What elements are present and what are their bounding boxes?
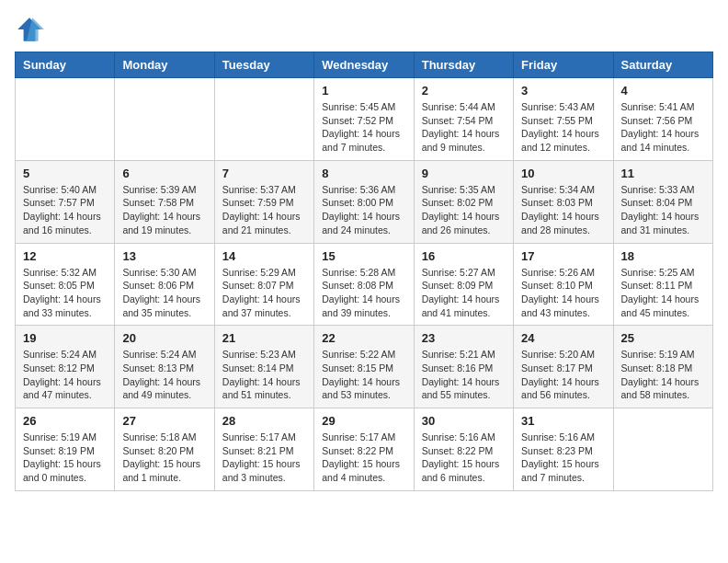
day-number: 27 — [122, 414, 206, 428]
day-info: Sunrise: 5:16 AM Sunset: 8:22 PM Dayligh… — [422, 431, 506, 485]
calendar-table: SundayMondayTuesdayWednesdayThursdayFrid… — [15, 52, 713, 491]
calendar-cell: 29Sunrise: 5:17 AM Sunset: 8:22 PM Dayli… — [314, 408, 414, 491]
day-info: Sunrise: 5:26 AM Sunset: 8:10 PM Dayligh… — [521, 266, 605, 320]
calendar-cell: 2Sunrise: 5:44 AM Sunset: 7:54 PM Daylig… — [414, 78, 513, 161]
calendar-cell — [115, 78, 214, 161]
day-info: Sunrise: 5:19 AM Sunset: 8:19 PM Dayligh… — [23, 431, 107, 485]
day-number: 17 — [521, 249, 605, 263]
day-info: Sunrise: 5:40 AM Sunset: 7:57 PM Dayligh… — [23, 183, 107, 237]
day-number: 28 — [222, 414, 306, 428]
day-info: Sunrise: 5:21 AM Sunset: 8:16 PM Dayligh… — [422, 348, 506, 402]
calendar-cell: 5Sunrise: 5:40 AM Sunset: 7:57 PM Daylig… — [16, 160, 115, 243]
day-info: Sunrise: 5:19 AM Sunset: 8:18 PM Dayligh… — [621, 348, 705, 402]
calendar-header-friday: Friday — [514, 52, 613, 78]
day-info: Sunrise: 5:28 AM Sunset: 8:08 PM Dayligh… — [322, 266, 405, 320]
calendar-cell: 17Sunrise: 5:26 AM Sunset: 8:10 PM Dayli… — [514, 243, 613, 326]
day-info: Sunrise: 5:32 AM Sunset: 8:05 PM Dayligh… — [23, 266, 107, 320]
day-number: 12 — [23, 249, 107, 263]
day-info: Sunrise: 5:16 AM Sunset: 8:23 PM Dayligh… — [521, 431, 605, 485]
day-number: 18 — [621, 249, 705, 263]
day-info: Sunrise: 5:30 AM Sunset: 8:06 PM Dayligh… — [122, 266, 206, 320]
calendar-cell: 21Sunrise: 5:23 AM Sunset: 8:14 PM Dayli… — [214, 326, 313, 408]
day-number: 21 — [222, 331, 306, 345]
calendar-cell: 10Sunrise: 5:34 AM Sunset: 8:03 PM Dayli… — [514, 160, 613, 243]
day-number: 9 — [422, 167, 506, 180]
calendar-cell: 27Sunrise: 5:18 AM Sunset: 8:20 PM Dayli… — [115, 408, 214, 491]
calendar-cell — [613, 408, 712, 491]
day-number: 26 — [23, 414, 107, 428]
day-number: 19 — [23, 331, 107, 345]
day-number: 16 — [422, 249, 506, 263]
calendar-cell: 6Sunrise: 5:39 AM Sunset: 7:58 PM Daylig… — [115, 160, 214, 243]
calendar-cell: 13Sunrise: 5:30 AM Sunset: 8:06 PM Dayli… — [115, 243, 214, 326]
calendar-header-tuesday: Tuesday — [214, 52, 313, 78]
calendar-cell: 7Sunrise: 5:37 AM Sunset: 7:59 PM Daylig… — [214, 160, 313, 243]
day-info: Sunrise: 5:24 AM Sunset: 8:12 PM Dayligh… — [23, 348, 107, 402]
day-number: 24 — [521, 331, 605, 345]
day-info: Sunrise: 5:22 AM Sunset: 8:15 PM Dayligh… — [322, 348, 405, 402]
day-info: Sunrise: 5:27 AM Sunset: 8:09 PM Dayligh… — [422, 266, 506, 320]
calendar-cell: 25Sunrise: 5:19 AM Sunset: 8:18 PM Dayli… — [613, 326, 712, 408]
day-number: 6 — [122, 167, 206, 180]
calendar-cell: 30Sunrise: 5:16 AM Sunset: 8:22 PM Dayli… — [414, 408, 513, 491]
day-info: Sunrise: 5:44 AM Sunset: 7:54 PM Dayligh… — [422, 100, 506, 155]
calendar-cell: 3Sunrise: 5:43 AM Sunset: 7:55 PM Daylig… — [514, 78, 613, 161]
day-number: 30 — [422, 414, 506, 428]
calendar-cell: 1Sunrise: 5:45 AM Sunset: 7:52 PM Daylig… — [314, 78, 414, 161]
day-number: 1 — [322, 84, 405, 98]
logo-icon — [15, 15, 44, 44]
calendar-header-row: SundayMondayTuesdayWednesdayThursdayFrid… — [16, 52, 713, 78]
calendar-cell: 9Sunrise: 5:35 AM Sunset: 8:02 PM Daylig… — [414, 160, 513, 243]
calendar-cell: 8Sunrise: 5:36 AM Sunset: 8:00 PM Daylig… — [314, 160, 414, 243]
calendar-cell: 26Sunrise: 5:19 AM Sunset: 8:19 PM Dayli… — [16, 408, 115, 491]
calendar-cell: 12Sunrise: 5:32 AM Sunset: 8:05 PM Dayli… — [16, 243, 115, 326]
day-info: Sunrise: 5:43 AM Sunset: 7:55 PM Dayligh… — [521, 100, 605, 155]
day-number: 10 — [521, 167, 605, 180]
day-info: Sunrise: 5:37 AM Sunset: 7:59 PM Dayligh… — [222, 183, 306, 237]
calendar-cell: 31Sunrise: 5:16 AM Sunset: 8:23 PM Dayli… — [514, 408, 613, 491]
calendar-week-row: 26Sunrise: 5:19 AM Sunset: 8:19 PM Dayli… — [16, 408, 713, 491]
day-number: 15 — [322, 249, 405, 263]
day-number: 5 — [23, 167, 107, 180]
day-info: Sunrise: 5:23 AM Sunset: 8:14 PM Dayligh… — [222, 348, 306, 402]
day-number: 31 — [521, 414, 605, 428]
day-info: Sunrise: 5:17 AM Sunset: 8:21 PM Dayligh… — [222, 431, 306, 485]
day-number: 2 — [422, 84, 506, 98]
calendar-cell: 11Sunrise: 5:33 AM Sunset: 8:04 PM Dayli… — [613, 160, 712, 243]
day-info: Sunrise: 5:24 AM Sunset: 8:13 PM Dayligh… — [122, 348, 206, 402]
day-number: 23 — [422, 331, 506, 345]
day-info: Sunrise: 5:29 AM Sunset: 8:07 PM Dayligh… — [222, 266, 306, 320]
day-number: 7 — [222, 167, 306, 180]
calendar-cell: 19Sunrise: 5:24 AM Sunset: 8:12 PM Dayli… — [16, 326, 115, 408]
calendar-header-sunday: Sunday — [16, 52, 115, 78]
calendar-cell — [214, 78, 313, 161]
calendar-cell — [16, 78, 115, 161]
calendar-cell: 23Sunrise: 5:21 AM Sunset: 8:16 PM Dayli… — [414, 326, 513, 408]
day-number: 20 — [122, 331, 206, 345]
day-number: 25 — [621, 331, 705, 345]
day-number: 3 — [521, 84, 605, 98]
day-number: 11 — [621, 167, 705, 180]
day-number: 8 — [322, 167, 405, 180]
day-info: Sunrise: 5:20 AM Sunset: 8:17 PM Dayligh… — [521, 348, 605, 402]
calendar-cell: 22Sunrise: 5:22 AM Sunset: 8:15 PM Dayli… — [314, 326, 414, 408]
calendar-header-saturday: Saturday — [613, 52, 712, 78]
day-number: 4 — [621, 84, 705, 98]
calendar-cell: 28Sunrise: 5:17 AM Sunset: 8:21 PM Dayli… — [214, 408, 313, 491]
calendar-header-wednesday: Wednesday — [314, 52, 414, 78]
day-info: Sunrise: 5:41 AM Sunset: 7:56 PM Dayligh… — [621, 100, 705, 155]
day-info: Sunrise: 5:25 AM Sunset: 8:11 PM Dayligh… — [621, 266, 705, 320]
calendar-header-thursday: Thursday — [414, 52, 513, 78]
day-info: Sunrise: 5:39 AM Sunset: 7:58 PM Dayligh… — [122, 183, 206, 237]
day-info: Sunrise: 5:33 AM Sunset: 8:04 PM Dayligh… — [621, 183, 705, 237]
calendar-week-row: 5Sunrise: 5:40 AM Sunset: 7:57 PM Daylig… — [16, 160, 713, 243]
calendar-cell: 18Sunrise: 5:25 AM Sunset: 8:11 PM Dayli… — [613, 243, 712, 326]
calendar-cell: 16Sunrise: 5:27 AM Sunset: 8:09 PM Dayli… — [414, 243, 513, 326]
calendar-cell: 4Sunrise: 5:41 AM Sunset: 7:56 PM Daylig… — [613, 78, 712, 161]
calendar-week-row: 1Sunrise: 5:45 AM Sunset: 7:52 PM Daylig… — [16, 78, 713, 161]
day-info: Sunrise: 5:45 AM Sunset: 7:52 PM Dayligh… — [322, 100, 405, 155]
day-info: Sunrise: 5:36 AM Sunset: 8:00 PM Dayligh… — [322, 183, 405, 237]
day-number: 14 — [222, 249, 306, 263]
calendar-cell: 24Sunrise: 5:20 AM Sunset: 8:17 PM Dayli… — [514, 326, 613, 408]
day-number: 22 — [322, 331, 405, 345]
